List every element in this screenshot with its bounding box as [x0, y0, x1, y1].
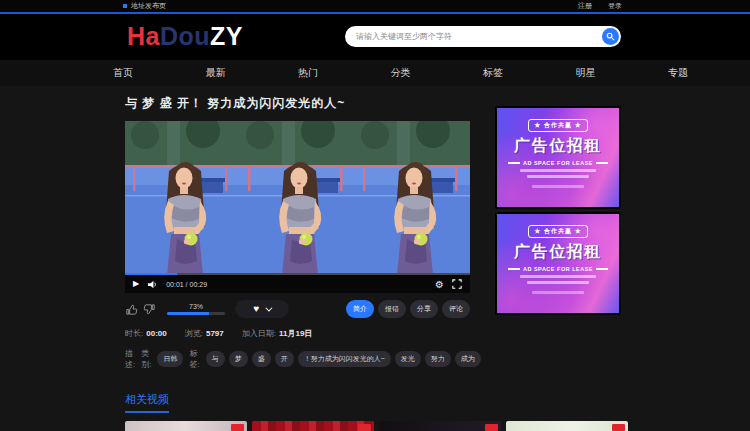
video-badge: [485, 424, 498, 431]
related-video-thumb[interactable]: [506, 421, 628, 431]
like-percent: 73%: [167, 303, 225, 310]
dash-decoration: [508, 268, 520, 270]
search-button[interactable]: [602, 28, 619, 45]
nav-item-hot[interactable]: 热门: [298, 66, 318, 80]
time-display: 00:01 / 00:29: [166, 281, 207, 288]
date-added-value: 11月19日: [279, 329, 312, 338]
report-button[interactable]: 报错: [378, 300, 406, 318]
tag-pill[interactable]: ！努力成为闪闪发光的人~: [298, 351, 391, 367]
description-label: 描述:: [125, 348, 135, 370]
chevron-down-icon: [266, 304, 273, 311]
ad-fine-print: [527, 281, 589, 284]
tag-pill[interactable]: 与: [206, 351, 225, 367]
ad-banner[interactable]: ★ 合作共赢 ★ 广告位招租 AD SPACE FOR LEASE: [495, 212, 621, 315]
dash-decoration: [508, 162, 520, 164]
ad-fine-print: [520, 169, 596, 172]
tag-pill[interactable]: 努力: [425, 351, 451, 367]
tag-pill[interactable]: 开: [275, 351, 294, 367]
video-player[interactable]: ▶ 00:01 / 00:29 ⚙: [125, 121, 470, 293]
register-link[interactable]: 注册: [578, 1, 592, 11]
ad-banner[interactable]: ★ 合作共赢 ★ 广告位招租 AD SPACE FOR LEASE: [495, 106, 621, 209]
rating-bar[interactable]: [167, 312, 225, 315]
heart-icon: ♥: [254, 304, 260, 314]
video-content[interactable]: [125, 121, 470, 275]
content-area: 与 梦 盛 开！ 努力成为闪闪发光的人~: [125, 86, 628, 431]
category-label: 类别:: [141, 348, 151, 370]
ad-footer-text: [532, 291, 584, 294]
volume-icon[interactable]: [147, 279, 158, 290]
fullscreen-icon[interactable]: [452, 279, 462, 289]
info-tab-button[interactable]: 简介: [346, 300, 374, 318]
search-bar: [345, 26, 621, 47]
play-button[interactable]: ▶: [133, 280, 139, 288]
nav-item-latest[interactable]: 最新: [206, 66, 226, 80]
sidebar: ★ 合作共赢 ★ 广告位招租 AD SPACE FOR LEASE ★ 合作共赢…: [495, 86, 621, 370]
player-controls: ▶ 00:01 / 00:29 ⚙: [125, 275, 470, 293]
action-row: 73% ♥ 简介 报错 分享 评论: [125, 300, 470, 318]
search-input[interactable]: [345, 32, 602, 41]
related-videos-heading[interactable]: 相关视频: [125, 392, 169, 413]
ad-title: 广告位招租: [514, 242, 602, 263]
topbar: 地址发布页 注册 登录: [0, 0, 750, 14]
related-videos-row: [125, 421, 628, 431]
related-video-thumb[interactable]: [379, 421, 501, 431]
views-label: 浏览:: [185, 329, 203, 338]
related-video-thumb[interactable]: [125, 421, 247, 431]
ad-fine-print: [527, 175, 589, 178]
logo-part-2: Dou: [160, 22, 210, 50]
logo-part-3: ZY: [210, 22, 243, 50]
video-stats: 时长:00:00 浏览:5797 加入日期:11月19日: [125, 328, 470, 339]
share-button[interactable]: 分享: [410, 300, 438, 318]
views-value: 5797: [206, 329, 224, 338]
rating-bar-fill: [167, 312, 209, 315]
logo-part-1: Ha: [127, 22, 160, 50]
ad-fine-print: [520, 275, 596, 278]
duration-label: 时长:: [125, 329, 143, 338]
ad-badge: ★ 合作共赢 ★: [528, 119, 587, 132]
comment-button[interactable]: 评论: [442, 300, 470, 318]
dash-decoration: [596, 162, 608, 164]
video-meta: 描述: 类别: 日韩 标签: 与 梦 盛 开 ！努力成为闪闪发光的人~ 发光 努…: [125, 348, 470, 370]
blue-dot-icon: [123, 4, 127, 8]
ad-subtitle: AD SPACE FOR LEASE: [523, 160, 593, 166]
tag-pill[interactable]: 成为: [455, 351, 481, 367]
site-notice-link[interactable]: 地址发布页: [123, 1, 166, 11]
thumbs-down-icon[interactable]: [143, 303, 156, 316]
video-badge: [612, 424, 625, 431]
nav-item-stars[interactable]: 明星: [576, 66, 596, 80]
dash-decoration: [596, 268, 608, 270]
header: HaDouZY: [0, 14, 750, 60]
video-title: 与 梦 盛 开！ 努力成为闪闪发光的人~: [125, 95, 470, 112]
nav-item-topics[interactable]: 专题: [668, 66, 688, 80]
main-nav: 首页 最新 热门 分类 标签 明星 专题: [0, 60, 750, 86]
login-link[interactable]: 登录: [608, 1, 622, 11]
category-pill[interactable]: 日韩: [157, 351, 183, 367]
thumbs-up-icon[interactable]: [125, 303, 138, 316]
favorite-button[interactable]: ♥: [235, 300, 289, 318]
date-added-label: 加入日期:: [242, 329, 276, 338]
nav-item-home[interactable]: 首页: [113, 66, 133, 80]
tags-label: 标签:: [189, 348, 199, 370]
nav-item-categories[interactable]: 分类: [391, 66, 411, 80]
tag-pill[interactable]: 盛: [252, 351, 271, 367]
search-icon: [606, 32, 615, 41]
like-rating: 73%: [167, 303, 225, 315]
site-notice-label: 地址发布页: [131, 1, 166, 11]
nav-item-tags[interactable]: 标签: [483, 66, 503, 80]
ad-title: 广告位招租: [514, 136, 602, 157]
tag-pill[interactable]: 梦: [229, 351, 248, 367]
ad-subtitle: AD SPACE FOR LEASE: [523, 266, 593, 272]
ad-footer-text: [532, 185, 584, 188]
settings-gear-icon[interactable]: ⚙: [435, 279, 444, 290]
video-badge: [231, 424, 244, 431]
video-badge: [358, 424, 371, 431]
related-video-thumb[interactable]: [252, 421, 374, 431]
ad-badge: ★ 合作共赢 ★: [528, 225, 587, 238]
duration-value: 00:00: [146, 329, 166, 338]
site-logo[interactable]: HaDouZY: [127, 22, 243, 51]
tag-pill[interactable]: 发光: [395, 351, 421, 367]
